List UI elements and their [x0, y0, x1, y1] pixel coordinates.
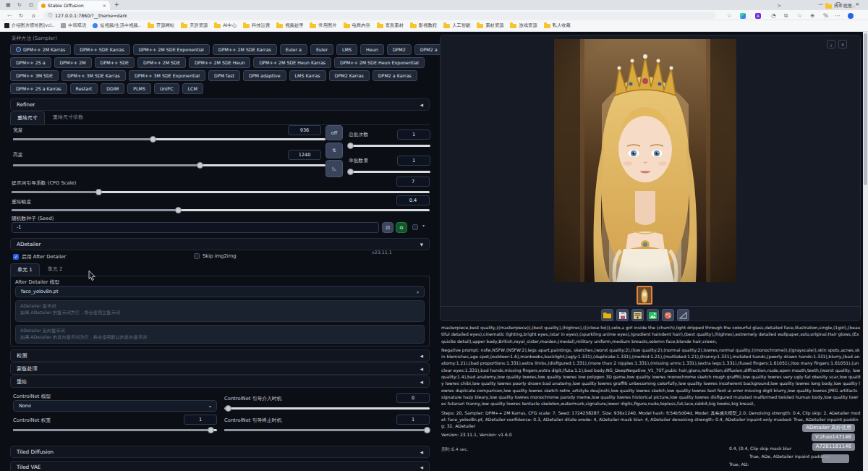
- adetailer-accordion[interactable]: ADetailer ▼: [10, 238, 430, 250]
- sampler-option[interactable]: Restart: [70, 83, 98, 94]
- seed-input[interactable]: -1: [12, 222, 379, 233]
- sampler-option[interactable]: DPM++ SDE: [95, 57, 135, 68]
- sampler-option[interactable]: DPM++ 3M SDE Exponential: [129, 70, 205, 81]
- extra-seed-checkbox[interactable]: [412, 224, 418, 230]
- adetailer-negative-textarea[interactable]: ADetailer 反向提示词 如果 ADetailer 的反向提示词为空，将会…: [15, 325, 425, 344]
- adetailer-prompt-textarea[interactable]: ADetailer 提示词 如果 ADetailer 的提示词为空，将会使用主提…: [15, 300, 425, 322]
- tiled-diffusion-accordion[interactable]: Tiled Diffusion ◀: [10, 446, 430, 458]
- sampler-option[interactable]: DDIM: [101, 83, 124, 94]
- mask-preprocessing-accordion[interactable]: 蒙版处理 ◀: [10, 362, 430, 375]
- cn-end-slider[interactable]: [224, 429, 430, 431]
- batch-size-value[interactable]: 1: [397, 156, 430, 166]
- sampler-option[interactable]: DPM++ SDE Karras: [74, 44, 130, 55]
- sampler-option[interactable]: DPM2 a: [414, 44, 443, 55]
- bookmark-item[interactable]: 视频处理: [276, 22, 303, 29]
- bookmark-item[interactable]: 私人收藏: [544, 22, 571, 29]
- split-screen-icon[interactable]: ⧉: [784, 12, 788, 20]
- sampler-option[interactable]: DPM++ 2M SDE Heun Karras: [253, 57, 331, 68]
- sampler-option[interactable]: DPM++ 3M SDE Karras: [61, 70, 126, 81]
- sampler-option[interactable]: DPM++ 3M SDE: [10, 70, 59, 81]
- workspace-icon[interactable]: ▦: [6, 2, 11, 8]
- favorite-star-icon[interactable]: ☆: [727, 12, 732, 19]
- collections-icon[interactable]: ☆: [797, 12, 802, 19]
- cn-weight-slider[interactable]: [13, 429, 217, 431]
- bookmark-item[interactable]: 游戏资源: [510, 22, 537, 29]
- download-image-icon[interactable]: ⤓: [827, 40, 835, 48]
- save-image-button[interactable]: [616, 309, 629, 321]
- cn-model-dropdown[interactable]: None ▾: [13, 400, 217, 412]
- refresh-icon[interactable]: ↻: [19, 12, 23, 19]
- tab-resize-by[interactable]: 重绘尺寸倍数: [46, 111, 90, 124]
- checked-checkbox-icon[interactable]: ✓: [13, 254, 19, 260]
- extension-a-icon[interactable]: A: [755, 13, 761, 19]
- denoise-slider[interactable]: [12, 209, 430, 211]
- sampler-option[interactable]: DPM++ 2S a Karras: [10, 83, 67, 94]
- bookmark-item[interactable]: 开源网站: [148, 22, 174, 29]
- coupon-icon[interactable]: %: [823, 12, 828, 19]
- site-info-icon[interactable]: ⓘ: [48, 12, 52, 19]
- generated-image[interactable]: [554, 39, 736, 282]
- refiner-accordion[interactable]: Refiner ◀: [10, 98, 430, 111]
- bookmark-item[interactable]: 短视频/生活中视频..: [93, 22, 141, 29]
- swap-dimensions-button[interactable]: ⇅: [326, 143, 343, 158]
- bookmark-item[interactable]: 页面素材: [377, 22, 404, 29]
- adetailer-model-dropdown[interactable]: face_yolov8n.pt ▾: [15, 286, 425, 297]
- sampler-option[interactable]: DPM2: [387, 44, 412, 55]
- sampler-option[interactable]: Euler a: [280, 44, 307, 55]
- sampler-option[interactable]: DPM++ 2M SDE Exponential: [133, 44, 210, 55]
- sampler-option[interactable]: Euler: [310, 44, 333, 55]
- bookmark-item[interactable]: 介绍图片喷绘图|vcl..: [4, 22, 54, 29]
- vertical-tabs-icon[interactable]: ⊡: [29, 2, 33, 8]
- more-menu-icon[interactable]: ⋯: [835, 12, 841, 19]
- save-zip-button[interactable]: [631, 309, 644, 321]
- scrollbar[interactable]: [863, 32, 868, 471]
- browser-tab[interactable]: Stable Diffusion ×: [38, 1, 110, 10]
- tab-refresh-icon[interactable]: ↻: [17, 2, 22, 8]
- bookmark-item[interactable]: 中韩双语: [61, 22, 86, 29]
- scale-off-button[interactable]: off: [326, 125, 343, 140]
- browser-essentials-icon[interactable]: ⊕: [810, 12, 814, 19]
- cfg-slider[interactable]: [12, 191, 430, 193]
- width-value[interactable]: 936: [288, 125, 321, 135]
- bookmark-item[interactable]: 常用图片: [310, 22, 336, 29]
- cn-end-value[interactable]: 1: [396, 415, 430, 425]
- profile-avatar[interactable]: [848, 13, 854, 19]
- sampler-option[interactable]: DPM++ 2S a: [10, 57, 51, 68]
- tiled-vae-accordion[interactable]: Tiled VAE ◀: [10, 461, 430, 471]
- history-icon[interactable]: ◔: [771, 12, 776, 19]
- sampler-option[interactable]: Heun: [360, 44, 384, 55]
- sampler-option[interactable]: DPM2 Karras: [329, 70, 370, 81]
- back-icon[interactable]: ←: [7, 12, 12, 19]
- batch-size-slider[interactable]: [349, 171, 430, 173]
- bookmark-item[interactable]: 科技运营: [243, 22, 270, 29]
- send-to-inpaint-button[interactable]: [662, 309, 674, 321]
- bookmark-item[interactable]: AI中心: [214, 22, 237, 29]
- tab-resize-to[interactable]: 重绘尺寸: [10, 111, 45, 124]
- gallery-thumbnail[interactable]: [637, 286, 652, 305]
- inpainting-accordion[interactable]: 重绘 ◀: [10, 375, 430, 388]
- tab-unit-1[interactable]: 单元 1: [10, 263, 40, 276]
- batch-count-slider[interactable]: [349, 145, 430, 147]
- send-to-img2img-button[interactable]: [647, 309, 659, 321]
- sampler-option[interactable]: DPM++ 2M SDE: [137, 57, 186, 68]
- tab-close-icon[interactable]: ×: [103, 3, 106, 9]
- bookmark-item[interactable]: 人工智能: [443, 22, 470, 29]
- tab-unit-2[interactable]: 单元 2: [41, 263, 69, 276]
- bookmark-item-last[interactable]: 日常视觉..: [825, 3, 855, 9]
- window-minimize-button[interactable]: —: [818, 1, 823, 7]
- sampler-option[interactable]: DPM fast: [208, 70, 240, 81]
- bookmark-item[interactable]: 天涯资源: [181, 22, 208, 29]
- sampler-option[interactable]: DPM++ 2M SDE Heun Exponential: [334, 57, 425, 68]
- cfg-value[interactable]: 7: [396, 177, 430, 187]
- sampler-option[interactable]: DPM2 a Karras: [373, 70, 417, 81]
- bookmark-item[interactable]: 影视教程: [410, 22, 437, 29]
- home-icon[interactable]: ⌂: [32, 12, 35, 19]
- detect-size-button[interactable]: ◺: [326, 160, 343, 177]
- height-value[interactable]: 1240: [288, 150, 321, 160]
- sampler-option[interactable]: DPM adaptive: [243, 70, 286, 81]
- sampler-option[interactable]: DPM++ 2M SDE Heun: [189, 57, 251, 68]
- width-slider[interactable]: [13, 138, 326, 140]
- sampler-option[interactable]: LMS: [336, 44, 357, 55]
- extension-icon[interactable]: [740, 13, 746, 19]
- new-tab-button[interactable]: +: [114, 1, 119, 8]
